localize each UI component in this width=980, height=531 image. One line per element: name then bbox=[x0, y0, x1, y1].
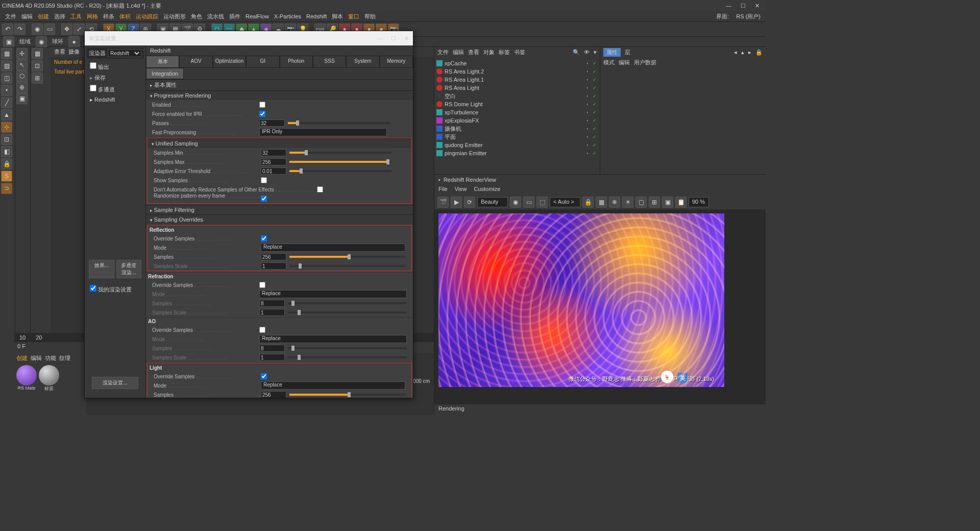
menu-script[interactable]: 脚本 bbox=[330, 12, 345, 21]
t2-1-icon[interactable]: ✢ bbox=[16, 48, 28, 59]
rv-snap3-icon[interactable]: ▣ bbox=[662, 197, 673, 208]
tree-row[interactable]: RS Area Light▪✓ bbox=[434, 84, 600, 92]
menu-mesh[interactable]: 网格 bbox=[85, 12, 100, 21]
attr-tab-layers[interactable]: 层 bbox=[625, 49, 630, 56]
refl-override-check[interactable] bbox=[261, 235, 267, 242]
refl-mode-select[interactable]: Replace bbox=[261, 244, 405, 252]
attr-sub-mode[interactable]: 模式 bbox=[603, 59, 615, 66]
om-menu-file[interactable]: 文件 bbox=[437, 49, 449, 56]
tool-s-icon[interactable]: S bbox=[1, 171, 12, 182]
unified-max-input[interactable] bbox=[261, 158, 286, 165]
select-live-icon[interactable]: ◉ bbox=[32, 23, 43, 35]
t2-3-icon[interactable]: ⬡ bbox=[16, 70, 28, 82]
close-button[interactable]: ✕ bbox=[755, 3, 760, 9]
sect-unified[interactable]: Unified Sampling bbox=[148, 138, 411, 148]
sect-prog[interactable]: Progressive Rendering bbox=[146, 90, 413, 100]
dlg-min-icon[interactable]: — bbox=[377, 35, 383, 42]
menu-xparticles[interactable]: X-Particles bbox=[272, 12, 303, 20]
move-icon[interactable]: ✥ bbox=[61, 23, 72, 35]
tree-row[interactable]: xpExplosiaFX▪✓ bbox=[434, 116, 600, 125]
vis-dot-icon[interactable]: ✓ bbox=[593, 102, 598, 107]
side-mp-check[interactable] bbox=[90, 85, 96, 91]
material-default[interactable] bbox=[39, 365, 59, 385]
vis-dot-icon[interactable]: ✓ bbox=[593, 85, 598, 90]
unified-min-input[interactable] bbox=[261, 149, 286, 156]
tool-uv-icon[interactable]: ◫ bbox=[1, 73, 12, 84]
dlg-close-icon[interactable]: ✕ bbox=[404, 35, 409, 42]
unified-aet-input[interactable] bbox=[261, 167, 286, 175]
layer-dot-icon[interactable]: ▪ bbox=[586, 61, 592, 66]
btn-multipass[interactable]: 多通道渲染... bbox=[116, 260, 142, 278]
vp-tab-view[interactable]: 查看 bbox=[54, 48, 65, 56]
attr-sub-user[interactable]: 用户数据 bbox=[634, 59, 656, 66]
attr-lock-icon[interactable]: 🔒 bbox=[755, 49, 763, 56]
rv-menu-view[interactable]: View bbox=[455, 186, 467, 194]
om-menu-view[interactable]: 查看 bbox=[468, 49, 479, 56]
layer-dot-icon[interactable]: ▪ bbox=[586, 77, 592, 82]
sect-override[interactable]: Sampling Overrides bbox=[146, 214, 413, 224]
prog-enabled-check[interactable] bbox=[259, 102, 265, 108]
vis-dot-icon[interactable]: ✓ bbox=[593, 142, 598, 148]
menu-file[interactable]: 文件 bbox=[3, 12, 18, 21]
menu-select[interactable]: 选择 bbox=[52, 12, 67, 21]
attr-nav-up-icon[interactable]: ▴ bbox=[741, 49, 744, 56]
layout-value[interactable]: RS (用户) bbox=[734, 12, 763, 21]
btn-effects[interactable]: 效果... bbox=[89, 260, 114, 278]
om-menu-bookmarks[interactable]: 书签 bbox=[514, 49, 525, 56]
vis-dot-icon[interactable]: ✓ bbox=[593, 126, 598, 131]
tree-row[interactable]: RS Area Light.1▪✓ bbox=[434, 76, 600, 84]
attr-nav-back-icon[interactable]: ◂ bbox=[734, 49, 737, 56]
rv-grid-icon[interactable]: ▦ bbox=[596, 197, 607, 208]
mat-tab-tex[interactable]: 纹理 bbox=[59, 354, 70, 362]
tree-row[interactable]: RS Area Light.2▪✓ bbox=[434, 67, 600, 76]
menu-mograph[interactable]: 运动图形 bbox=[161, 12, 188, 21]
rv-menu-customize[interactable]: Customize bbox=[474, 186, 500, 194]
redo-icon[interactable]: ↷ bbox=[14, 23, 26, 35]
light-samples-slider[interactable] bbox=[289, 394, 405, 396]
om-menu-objects[interactable]: 对象 bbox=[483, 49, 495, 56]
side-myrs-check[interactable] bbox=[90, 285, 96, 292]
tool-point-icon[interactable]: • bbox=[1, 85, 12, 96]
tool-poly-icon[interactable]: ▲ bbox=[1, 109, 12, 120]
sub-icon-2[interactable]: ◉ bbox=[36, 36, 47, 47]
tree-row[interactable]: xpCache▪✓ bbox=[434, 59, 600, 67]
attr-tab-props[interactable]: 属性 bbox=[603, 48, 621, 57]
vis-dot-icon[interactable]: ✓ bbox=[593, 69, 598, 74]
sect-basic[interactable]: 基本属性 bbox=[146, 79, 413, 90]
t2-4-icon[interactable]: ⊕ bbox=[16, 82, 28, 93]
menu-create[interactable]: 创建 bbox=[36, 12, 51, 21]
sub-icon-1[interactable]: ▣ bbox=[3, 36, 14, 47]
select-rect-icon[interactable]: ▭ bbox=[44, 23, 55, 35]
om-eye-icon[interactable]: 👁 bbox=[584, 49, 590, 55]
vis-dot-icon[interactable]: ✓ bbox=[593, 151, 598, 156]
tab-basic[interactable]: 基本 bbox=[146, 56, 179, 68]
ao-override-check[interactable] bbox=[259, 327, 265, 333]
rv-snap2-icon[interactable]: ⊞ bbox=[649, 197, 660, 208]
layer-dot-icon[interactable]: ▪ bbox=[586, 85, 592, 90]
rv-rgb-icon[interactable]: ◉ bbox=[510, 197, 521, 208]
vis-dot-icon[interactable]: ✓ bbox=[593, 61, 598, 66]
mat-tab-func[interactable]: 功能 bbox=[45, 354, 56, 362]
attr-sub-edit[interactable]: 编辑 bbox=[619, 59, 630, 66]
unified-dont-check[interactable] bbox=[317, 186, 323, 192]
side-myrs[interactable]: 我的渲染设置 bbox=[98, 286, 132, 293]
tab-aov[interactable]: AOV bbox=[179, 56, 212, 68]
menu-realflow[interactable]: RealFlow bbox=[243, 12, 271, 20]
refl-samples-input[interactable] bbox=[261, 253, 286, 260]
unified-aet-slider[interactable] bbox=[289, 170, 391, 172]
om-menu-tags[interactable]: 标签 bbox=[499, 49, 510, 56]
attr-nav-fwd-icon[interactable]: ▸ bbox=[748, 49, 751, 56]
side-output-check[interactable] bbox=[90, 62, 96, 69]
max-button[interactable]: ☐ bbox=[741, 3, 746, 9]
tree-row[interactable]: 摄像机▪✓ bbox=[434, 125, 600, 133]
tree-row[interactable]: RS Dome Light▪✓ bbox=[434, 100, 600, 108]
layer-dot-icon[interactable]: ▪ bbox=[586, 69, 592, 74]
tab-gi[interactable]: GI bbox=[246, 56, 279, 68]
vis-dot-icon[interactable]: ✓ bbox=[593, 134, 598, 139]
menu-pipeline[interactable]: 流水线 bbox=[205, 12, 226, 21]
tool-axis-icon[interactable]: ⊹ bbox=[1, 122, 12, 133]
tab-photon[interactable]: Photon bbox=[280, 56, 313, 68]
rv-aov-select[interactable]: Beauty bbox=[477, 197, 508, 207]
menu-redshift[interactable]: Redshift bbox=[304, 12, 329, 20]
tab-sss[interactable]: SSS bbox=[313, 56, 346, 68]
